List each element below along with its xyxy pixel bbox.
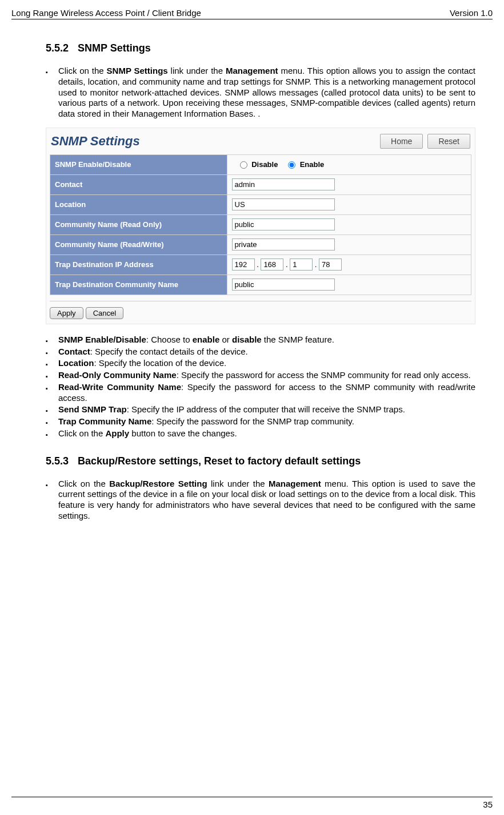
bullet-rw: Read-Write Community Name: Specify the p… (58, 382, 475, 404)
reset-button[interactable]: Reset (427, 134, 470, 149)
row-label-contact: Contact (50, 174, 227, 194)
disable-radio[interactable] (240, 161, 247, 169)
disable-label: Disable (251, 160, 278, 169)
cancel-button[interactable]: Cancel (86, 307, 123, 319)
row-label-comm-ro: Community Name (Read Only) (50, 214, 227, 234)
panel-title: SNMP Settings (51, 134, 140, 149)
section-number-2: 5.5.3 (46, 455, 69, 467)
row-label-location: Location (50, 194, 227, 214)
section-heading-backup: 5.5.3Backup/Restore settings, Reset to f… (46, 455, 475, 467)
bullet-location: Location: Specify the location of the de… (58, 358, 475, 369)
section-title: SNMP Settings (78, 42, 151, 54)
bullet-trap: Send SNMP Trap: Specify the IP address o… (58, 404, 475, 415)
row-label-trap-cn: Trap Destination Community Name (50, 275, 227, 295)
section-number: 5.5.2 (46, 42, 69, 54)
location-input[interactable] (232, 198, 335, 210)
bullet-ro: Read-Only Community Name: Specify the pa… (58, 370, 475, 381)
ip-octet-3[interactable] (290, 259, 313, 271)
section-heading-snmp: 5.5.2SNMP Settings (46, 42, 475, 54)
section2-intro: Click on the Backup/Restore Setting link… (58, 479, 475, 522)
page-number: 35 (483, 800, 493, 809)
enable-label: Enable (300, 160, 325, 169)
row-label-comm-rw: Community Name (Read/Write) (50, 234, 227, 255)
ip-octet-2[interactable] (261, 259, 283, 271)
header-right: Version 1.0 (450, 8, 493, 18)
bullet-contact: Contact: Specify the contact details of … (58, 347, 475, 357)
community-ro-input[interactable] (232, 218, 335, 230)
bullet-enable: SNMP Enable/Disable: Choose to enable or… (58, 335, 475, 345)
ip-octet-4[interactable] (319, 259, 342, 271)
settings-table: SNMP Enable/Disable Disable Enable Conta… (50, 154, 471, 295)
bullet-trap-cn: Trap Community Name: Specify the passwor… (58, 416, 475, 427)
bullet-apply: Click on the Apply button to save the ch… (58, 428, 475, 439)
ip-octet-1[interactable] (232, 259, 255, 271)
enable-radio[interactable] (288, 161, 295, 169)
home-button[interactable]: Home (380, 134, 423, 149)
contact-input[interactable] (232, 178, 335, 190)
trap-community-input[interactable] (232, 279, 335, 291)
header-left: Long Range Wireless Access Point / Clien… (11, 8, 201, 18)
section-title-2: Backup/Restore settings, Reset to factor… (78, 455, 361, 467)
community-rw-input[interactable] (232, 238, 335, 251)
apply-button[interactable]: Apply (50, 307, 83, 319)
row-label-enable: SNMP Enable/Disable (50, 154, 227, 174)
snmp-settings-panel: SNMP Settings Home Reset SNMP Enable/Dis… (46, 128, 475, 324)
section1-intro: Click on the SNMP Settings link under th… (58, 66, 475, 120)
row-label-trap-ip: Trap Destination IP Address (50, 255, 227, 275)
